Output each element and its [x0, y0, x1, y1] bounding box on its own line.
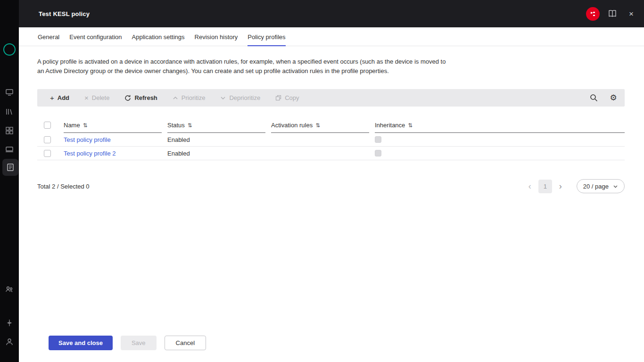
- toolbar-right: ⚙: [589, 93, 618, 103]
- row-checkbox-cell: [37, 150, 58, 157]
- monitoring-icon: [5, 88, 14, 97]
- header-actions: ×: [586, 7, 637, 21]
- refresh-button-label: Refresh: [134, 94, 157, 101]
- footer-actions: Save and close Save Cancel: [37, 336, 625, 362]
- delete-button-label: Delete: [92, 94, 110, 101]
- next-page-icon[interactable]: ›: [556, 182, 565, 190]
- inheritance-checkbox: [375, 136, 381, 143]
- sort-icon[interactable]: ⇅: [83, 122, 88, 129]
- search-icon[interactable]: [589, 93, 598, 103]
- sidebar: [0, 0, 19, 362]
- cancel-button[interactable]: Cancel: [165, 336, 206, 350]
- window-header: Test KESL policy ×: [19, 0, 644, 27]
- account-icon: [5, 337, 14, 346]
- prioritize-button-label: Prioritize: [182, 94, 206, 101]
- total-selected-label: Total 2 / Selected 0: [37, 183, 90, 190]
- profile-status-cell: Enabled: [167, 136, 265, 143]
- tab-policy-profiles[interactable]: Policy profiles: [248, 27, 285, 46]
- profiles-description: A policy profile is activated on a devic…: [37, 57, 452, 76]
- inheritance-cell: [375, 150, 625, 156]
- profile-status-cell: Enabled: [167, 150, 265, 157]
- inheritance-checkbox: [375, 150, 381, 156]
- column-header-inheritance[interactable]: Inheritance ⇅: [375, 118, 625, 133]
- policy-tabs: General Event configuration Application …: [19, 27, 644, 46]
- sort-icon[interactable]: ⇅: [315, 122, 320, 129]
- pagination: ‹ 1 › 20 / page: [525, 179, 625, 193]
- profiles-toolbar: + Add × Delete Refresh: [37, 89, 625, 107]
- profile-name-cell: Test policy profile 2: [64, 150, 162, 157]
- sidebar-item-monitoring[interactable]: [5, 88, 14, 97]
- profile-link[interactable]: Test policy profile: [64, 136, 111, 143]
- save-and-close-button[interactable]: Save and close: [49, 336, 113, 350]
- sort-icon[interactable]: ⇅: [188, 122, 192, 129]
- table-row: Test policy profile Enabled: [37, 133, 625, 147]
- page-size-value: 20 / page: [583, 183, 609, 190]
- chevron-up-icon: [173, 95, 178, 101]
- copy-button-label: Copy: [285, 94, 299, 101]
- sidebar-item-users[interactable]: [5, 285, 14, 294]
- close-icon[interactable]: ×: [625, 8, 637, 20]
- operations-icon: [5, 319, 14, 327]
- column-header-name[interactable]: Name ⇅: [64, 118, 162, 133]
- docs-icon[interactable]: [606, 8, 619, 20]
- sidebar-item-dashboard[interactable]: [5, 126, 14, 135]
- column-header-activation-rules[interactable]: Activation rules ⇅: [271, 118, 369, 133]
- column-header-status[interactable]: Status ⇅: [167, 118, 265, 133]
- deprioritize-button-label: Deprioritize: [229, 94, 260, 101]
- kaspersky-badge-icon[interactable]: [586, 7, 600, 21]
- page-title: Test KESL policy: [39, 10, 90, 17]
- row-checkbox[interactable]: [44, 136, 51, 143]
- current-page-indicator[interactable]: 1: [538, 180, 552, 193]
- sort-icon[interactable]: ⇅: [408, 122, 413, 129]
- app-window: Test KESL policy × General Event configu…: [0, 0, 644, 362]
- sidebar-item-account[interactable]: [5, 337, 14, 346]
- plus-icon: +: [50, 94, 54, 101]
- sidebar-item-policies-active[interactable]: [2, 159, 18, 176]
- delete-button: × Delete: [78, 89, 116, 107]
- prev-page-icon: ‹: [525, 182, 535, 190]
- select-all-checkbox[interactable]: [44, 122, 51, 129]
- policy-profiles-body: A policy profile is activated on a devic…: [19, 46, 644, 362]
- prioritize-button: Prioritize: [166, 89, 212, 107]
- tab-revision-history[interactable]: Revision history: [195, 27, 238, 46]
- main-panel: Test KESL policy × General Event configu…: [19, 0, 644, 362]
- copy-icon: [275, 95, 281, 101]
- policy-content: General Event configuration Application …: [19, 27, 644, 362]
- table-row: Test policy profile 2 Enabled: [37, 147, 625, 160]
- tab-event-configuration[interactable]: Event configuration: [69, 27, 122, 46]
- chevron-down-icon: [220, 95, 226, 101]
- devices-icon: [5, 145, 14, 154]
- refresh-icon: [124, 95, 131, 101]
- sidebar-item-operations[interactable]: [5, 319, 14, 327]
- add-button[interactable]: + Add: [44, 89, 75, 107]
- chevron-down-icon: [613, 184, 618, 189]
- page-size-select[interactable]: 20 / page: [577, 179, 625, 193]
- repositories-icon: [5, 107, 14, 116]
- policies-icon: [6, 163, 15, 172]
- copy-button: Copy: [269, 89, 305, 107]
- table-footer: Total 2 / Selected 0 ‹ 1 › 20 / page: [37, 179, 625, 193]
- add-button-label: Add: [58, 94, 69, 101]
- tab-application-settings[interactable]: Application settings: [132, 27, 185, 46]
- sidebar-item-devices[interactable]: [5, 145, 14, 154]
- profile-name-cell: Test policy profile: [64, 136, 162, 143]
- inheritance-cell: [375, 136, 625, 143]
- tab-general[interactable]: General: [38, 27, 59, 46]
- row-checkbox[interactable]: [44, 150, 51, 157]
- kaspersky-ring-logo: [3, 43, 16, 56]
- row-checkbox-cell: [37, 136, 58, 143]
- refresh-button[interactable]: Refresh: [118, 89, 163, 107]
- deprioritize-button: Deprioritize: [214, 89, 266, 107]
- table-header-row: Name ⇅ Status ⇅ Activation rules ⇅ Inh: [37, 118, 625, 133]
- save-button: Save: [121, 336, 157, 350]
- delete-x-icon: ×: [84, 94, 89, 101]
- menu-icon[interactable]: [6, 10, 14, 16]
- dashboard-grid-icon: [5, 126, 14, 135]
- users-icon: [5, 285, 14, 294]
- profile-link[interactable]: Test policy profile 2: [64, 150, 116, 157]
- settings-gear-icon[interactable]: ⚙: [609, 93, 618, 103]
- sidebar-item-repositories[interactable]: [5, 107, 14, 116]
- profiles-table: Name ⇅ Status ⇅ Activation rules ⇅ Inh: [37, 118, 625, 160]
- header-checkbox-cell: [37, 118, 58, 133]
